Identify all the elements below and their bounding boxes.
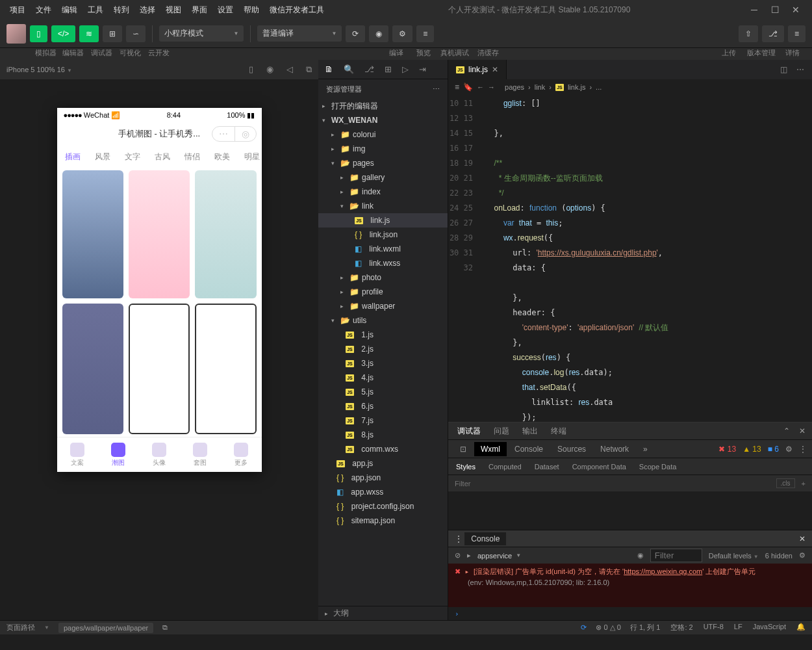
simulator-toggle[interactable]: ▯ <box>30 25 47 42</box>
menu-devtools[interactable]: 微信开发者工具 <box>265 2 329 18</box>
tab-console[interactable]: Console <box>508 442 550 456</box>
menu-tools[interactable]: 工具 <box>83 2 108 18</box>
mode-dropdown[interactable]: 小程序模式▼ <box>159 25 244 42</box>
preview-btn[interactable]: ◉ <box>369 25 388 42</box>
menu-project[interactable]: 项目 <box>5 2 30 18</box>
file-commwxs[interactable]: JS comm.wxs <box>318 442 448 456</box>
visual-btn[interactable]: ⊞ <box>103 25 122 42</box>
menu-settings[interactable]: 设置 <box>213 2 238 18</box>
gallery-item[interactable] <box>62 170 123 298</box>
close-icon[interactable]: ✕ <box>492 65 498 74</box>
menu-edit[interactable]: 编辑 <box>57 2 82 18</box>
warn-badge[interactable]: ▲ 13 <box>742 445 761 454</box>
sync-icon[interactable]: ⟳ <box>581 623 587 632</box>
code-editor[interactable]: 10 11 12 13 14 15 16 17 18 19 20 21 22 2… <box>448 95 812 422</box>
folder-link[interactable]: ▾📂link <box>318 199 448 213</box>
nav-avatar[interactable]: 头像 <box>139 437 180 472</box>
clear-icon[interactable]: ⊘ <box>455 551 461 560</box>
gallery-item[interactable] <box>195 170 256 298</box>
add-style-icon[interactable]: + <box>802 480 806 488</box>
tab-terminal[interactable]: 终端 <box>551 426 566 437</box>
menu-goto[interactable]: 转到 <box>109 2 134 18</box>
folder-photo[interactable]: ▸📁photo <box>318 270 448 285</box>
phone-frame[interactable]: ●●●●● WeChat 📶 8:44 100% ▮▮ 手机潮图 - 让手机秀.… <box>57 108 262 472</box>
ext-icon[interactable]: ⊞ <box>385 64 392 74</box>
nav-set[interactable]: 套图 <box>180 437 221 472</box>
file-sitemap[interactable]: { } sitemap.json <box>318 514 448 528</box>
eye-icon[interactable]: ◉ <box>637 551 644 560</box>
file-tree[interactable]: ▸打开的编辑器 ▾WX_WENAN ▸📁colorui ▸📁img ▾📂page… <box>318 99 448 606</box>
category-tabs[interactable]: 插画 风景 文字 古风 情侣 欧美 明星 <box>57 146 262 168</box>
top-icon[interactable]: ▸ <box>467 551 471 560</box>
branch-icon[interactable]: ⎇ <box>364 64 374 74</box>
run-icon[interactable]: ▷ <box>402 64 409 74</box>
capsule[interactable]: ⋯◎ <box>212 126 257 142</box>
filter-input[interactable] <box>455 480 771 488</box>
tab-debugger[interactable]: 调试器 <box>457 426 481 437</box>
more-icon[interactable]: ⇥ <box>419 64 426 74</box>
info-badge[interactable]: ■ 6 <box>768 445 779 454</box>
device-icon[interactable]: ▯ <box>249 64 253 75</box>
split-icon[interactable]: ◫ <box>780 65 787 74</box>
avatar[interactable] <box>6 24 26 44</box>
file-appjson[interactable]: { } app.json <box>318 471 448 485</box>
editor-tab[interactable]: JSlink.js✕ <box>448 60 507 79</box>
folder-pages[interactable]: ▾📂pages <box>318 156 448 170</box>
menu-select[interactable]: 选择 <box>135 2 160 18</box>
cls-toggle[interactable]: .cls <box>776 478 795 488</box>
tab-problems[interactable]: 问题 <box>494 426 509 437</box>
remote-debug-btn[interactable]: ⚙ <box>392 25 412 42</box>
file-2js[interactable]: JS 2.js <box>318 342 448 356</box>
arrow-icon[interactable]: ◁ <box>286 64 293 75</box>
compile-dropdown[interactable]: 普通编译▼ <box>257 25 342 42</box>
more-tabs[interactable]: » <box>637 442 654 456</box>
close-icon[interactable]: ✕ <box>799 534 806 543</box>
file-6js[interactable]: JS 6.js <box>318 399 448 413</box>
file-1js[interactable]: JS 1.js <box>318 328 448 342</box>
file-5js[interactable]: JS 5.js <box>318 385 448 399</box>
file-3js[interactable]: JS 3.js <box>318 356 448 370</box>
file-link-wxss[interactable]: ◧ link.wxss <box>318 256 448 270</box>
compile-btn[interactable]: ⟳ <box>346 25 365 42</box>
collapse-icon[interactable]: ⌃ <box>783 426 790 436</box>
outline-section[interactable]: ▸ 大纲 <box>318 606 448 620</box>
minimize-icon[interactable]: ─ <box>750 5 759 14</box>
debugger-toggle[interactable]: ≋ <box>79 25 99 42</box>
gear-icon[interactable]: ⚙ <box>799 551 806 560</box>
search-icon[interactable]: 🔍 <box>344 64 354 74</box>
image-gallery[interactable] <box>57 168 262 437</box>
styles-tab[interactable]: Styles <box>456 463 476 471</box>
bell-icon[interactable]: 🔔 <box>796 623 806 632</box>
gallery-item[interactable] <box>195 304 256 434</box>
levels-dropdown[interactable]: Default levels ▼ <box>709 552 759 560</box>
menu-help[interactable]: 帮助 <box>239 2 264 18</box>
menu-file[interactable]: 文件 <box>31 2 56 18</box>
breadcrumb[interactable]: ≡🔖 ←→ pages › link › JS link.js › ... <box>448 79 812 95</box>
upload-btn[interactable]: ⇧ <box>739 25 758 42</box>
inspect-icon[interactable]: ⊡ <box>453 442 473 456</box>
file-projconf[interactable]: { } project.config.json <box>318 499 448 514</box>
details-btn[interactable]: ≡ <box>788 25 806 42</box>
encoding[interactable]: UTF-8 <box>704 623 724 632</box>
file-appjs[interactable]: JS app.js <box>318 456 448 471</box>
folder-profile[interactable]: ▸📁profile <box>318 285 448 299</box>
file-appwxss[interactable]: ◧ app.wxss <box>318 485 448 499</box>
component-data-tab[interactable]: Component Data <box>572 463 626 471</box>
folder-gallery[interactable]: ▸📁gallery <box>318 170 448 185</box>
layout-icon[interactable]: ⧉ <box>306 64 312 75</box>
tab-network[interactable]: Network <box>594 442 635 456</box>
folder-img[interactable]: ▸📁img <box>318 142 448 156</box>
eol[interactable]: LF <box>734 623 742 632</box>
cloud-btn[interactable]: ∽ <box>126 25 146 42</box>
tab-output[interactable]: 输出 <box>522 426 538 437</box>
scope-data-tab[interactable]: Scope Data <box>639 463 676 471</box>
file-8js[interactable]: JS 8.js <box>318 428 448 442</box>
folder-colorui[interactable]: ▸📁colorui <box>318 127 448 142</box>
file-link-js[interactable]: JS link.js <box>318 213 448 228</box>
gallery-item[interactable] <box>129 170 190 298</box>
project-root[interactable]: ▾WX_WENAN <box>318 113 448 127</box>
file-link-json[interactable]: { } link.json <box>318 228 448 242</box>
folder-wallpaper[interactable]: ▸📁wallpaper <box>318 299 448 313</box>
files-icon[interactable]: 🗎 <box>325 64 333 74</box>
error-badge[interactable]: ✖ 13 <box>718 445 736 454</box>
